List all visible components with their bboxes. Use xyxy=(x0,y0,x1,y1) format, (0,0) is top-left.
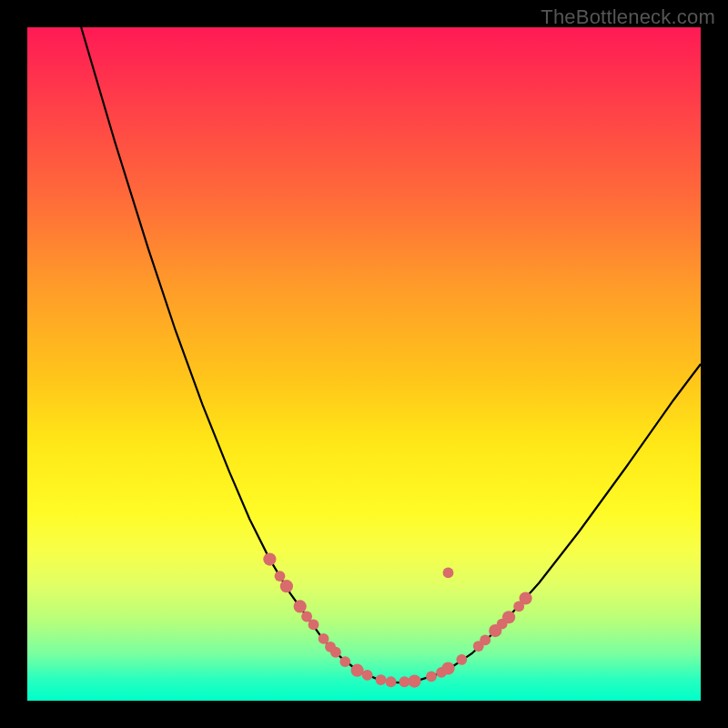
data-marker xyxy=(263,553,276,566)
data-marker xyxy=(339,656,350,667)
data-marker xyxy=(441,662,454,674)
data-marker xyxy=(275,571,286,581)
data-marker xyxy=(280,580,293,592)
data-marker xyxy=(502,611,515,623)
data-marker xyxy=(426,671,437,682)
data-marker xyxy=(362,670,373,681)
data-marker xyxy=(330,647,341,658)
data-marker xyxy=(308,619,319,630)
data-marker xyxy=(294,600,307,612)
watermark-text: TheBottleneck.com xyxy=(541,5,715,29)
plot-area xyxy=(27,27,701,701)
data-marker xyxy=(456,654,467,665)
data-marker xyxy=(443,567,454,578)
bottleneck-curve xyxy=(81,27,701,682)
chart-frame: TheBottleneck.com xyxy=(0,0,728,728)
data-marker xyxy=(520,592,532,604)
data-marker xyxy=(376,674,387,685)
data-marker xyxy=(351,664,364,677)
data-marker xyxy=(386,676,397,687)
chart-svg xyxy=(27,27,701,701)
marker-group xyxy=(263,553,531,688)
data-marker xyxy=(480,634,490,645)
data-marker xyxy=(408,674,420,687)
